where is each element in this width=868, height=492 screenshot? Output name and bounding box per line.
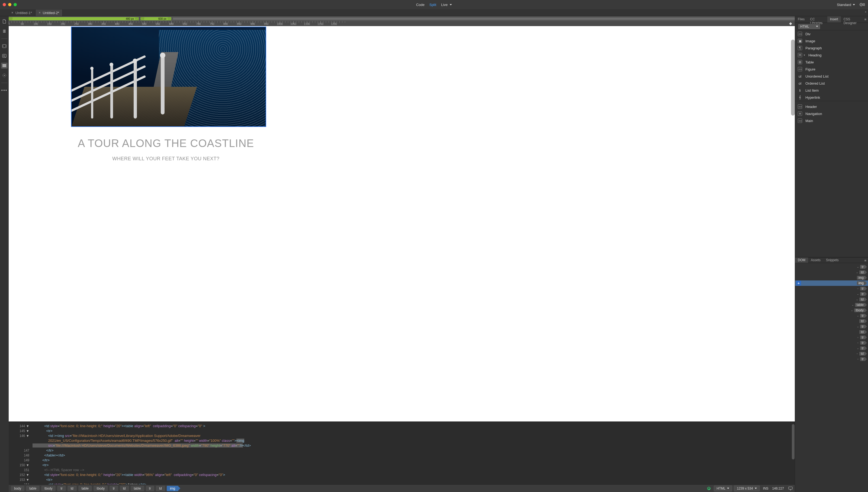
zoom-window-button[interactable] xyxy=(14,3,17,6)
breadcrumb-img[interactable]: img xyxy=(167,486,178,491)
code-line[interactable]: </tr> xyxy=(31,458,792,463)
inspect-tool[interactable] xyxy=(1,53,7,59)
breadcrumb-table[interactable]: table xyxy=(26,486,40,491)
code-line[interactable]: <tr> xyxy=(31,463,792,468)
dom-node-tr[interactable]: ⌄tr xyxy=(795,291,868,297)
breadcrumb-body[interactable]: body xyxy=(11,486,24,491)
disclosure-icon[interactable]: › xyxy=(856,358,860,361)
view-live-button[interactable]: Live xyxy=(441,3,448,7)
insert-image[interactable]: ▣Image xyxy=(795,38,868,45)
code-line[interactable]: src="file:///Macintosh HD/Users/steve/Do… xyxy=(31,443,792,448)
dom-node-tbody[interactable]: ⌄tbody xyxy=(795,308,868,313)
dom-tab-dom[interactable]: DOM xyxy=(795,257,808,263)
viewport-size-selector[interactable]: 1239 x 534 xyxy=(734,486,760,491)
media-breakpoint-480[interactable]: 480 px xyxy=(9,17,139,20)
doctype-selector[interactable]: HTML xyxy=(714,486,733,491)
close-tab-icon[interactable]: × xyxy=(11,11,13,15)
code-line[interactable]: <!-- HTML Spacer row --> xyxy=(31,468,792,472)
disclosure-icon[interactable]: › xyxy=(856,342,860,344)
dom-tab-assets[interactable]: Assets xyxy=(808,257,823,263)
close-tab-icon[interactable]: × xyxy=(39,11,41,15)
dom-node-tr[interactable]: ⌄tr xyxy=(795,313,868,318)
dom-node-td[interactable]: ⌄td xyxy=(795,270,868,275)
code-line[interactable]: <td style="font-size: 0; line-height: 0;… xyxy=(31,472,792,477)
disclosure-icon[interactable]: ⌄ xyxy=(856,271,859,274)
dom-node-tr[interactable]: ›tr xyxy=(795,340,868,346)
breadcrumb-tbody[interactable]: tbody xyxy=(41,486,56,491)
design-scrollbar-thumb[interactable] xyxy=(791,40,795,116)
panel-tab-cc-libraries[interactable]: CC Libraries xyxy=(807,16,827,23)
media-breakpoint-600[interactable]: 600 px xyxy=(141,17,171,20)
code-line[interactable]: <tr> xyxy=(31,477,792,482)
live-dropdown-icon[interactable] xyxy=(450,4,452,5)
insert-heading[interactable]: H▾Heading xyxy=(795,52,868,58)
insert-category-select[interactable]: HTML xyxy=(798,24,821,29)
disclosure-icon[interactable]: › xyxy=(856,336,860,339)
insert-main[interactable]: ▭Main xyxy=(795,117,868,124)
dom-node-td[interactable]: ›td xyxy=(795,351,868,356)
document-tab[interactable]: ×Untitled-2* xyxy=(35,9,63,16)
dom-node-tr[interactable]: ›tr xyxy=(795,286,868,291)
code-scrollbar-thumb[interactable] xyxy=(792,424,794,460)
disclosure-icon[interactable]: ⌄ xyxy=(851,303,854,306)
disclosure-icon[interactable]: › xyxy=(856,352,859,355)
breadcrumb-table[interactable]: table xyxy=(131,486,144,491)
dom-node-td[interactable]: td xyxy=(795,318,868,324)
insert-table[interactable]: ⊞Table xyxy=(795,58,868,66)
panel-tab-files[interactable]: Files xyxy=(795,16,807,23)
file-management-tool[interactable] xyxy=(1,19,7,24)
dom-tab-snippets[interactable]: Snippets xyxy=(823,257,841,263)
dom-node-img[interactable]: img xyxy=(795,275,868,280)
breadcrumb-td[interactable]: td xyxy=(156,486,165,491)
breadcrumb-table[interactable]: table xyxy=(78,486,92,491)
disclosure-icon[interactable]: ⌄ xyxy=(856,298,859,301)
insert-figure[interactable]: ▭Figure xyxy=(795,66,868,73)
close-window-button[interactable] xyxy=(3,3,6,6)
insert-header[interactable]: ▭Header xyxy=(795,103,868,110)
dom-node-td[interactable]: td xyxy=(795,329,868,335)
media-query-bar[interactable]: 480 px 600 px xyxy=(9,16,795,21)
panel-menu-icon[interactable]: ≡ xyxy=(863,257,868,263)
minimize-window-button[interactable] xyxy=(8,3,11,6)
insert-list-item[interactable]: liList Item xyxy=(795,87,868,94)
dom-node-table[interactable]: ⌄table xyxy=(795,302,868,308)
sync-settings-button[interactable] xyxy=(859,2,865,7)
dom-node-img[interactable]: img xyxy=(795,280,868,286)
live-code-tool[interactable] xyxy=(1,43,7,49)
status-ok-icon[interactable] xyxy=(707,487,711,490)
breadcrumb-td[interactable]: td xyxy=(68,486,77,491)
document-tab[interactable]: ×Untitled-1* xyxy=(8,9,35,16)
visual-aids-tool[interactable] xyxy=(1,63,7,69)
breadcrumb-td[interactable]: td xyxy=(120,486,129,491)
dom-node-tr[interactable]: ›tr xyxy=(795,335,868,340)
related-files-tool[interactable] xyxy=(1,72,7,78)
dom-tree[interactable]: ⌄tr⌄tdimgimg+›tr⌄tr⌄td⌄table⌄tbody⌄trtd⌄… xyxy=(795,263,868,492)
disclosure-icon[interactable]: ⌄ xyxy=(856,325,860,328)
disclosure-icon[interactable]: ⌄ xyxy=(856,347,860,350)
breadcrumb-tr[interactable]: tr xyxy=(109,486,118,491)
breadcrumb-tr[interactable]: tr xyxy=(57,486,66,491)
code-line[interactable]: </tr> xyxy=(31,448,792,453)
design-view[interactable]: A TOUR ALONG THE COASTLINE WHERE WILL YO… xyxy=(9,26,795,422)
ruler-width-marker-icon[interactable]: ◆ xyxy=(789,21,792,25)
dom-node-tr[interactable]: ›tr xyxy=(795,356,868,362)
disclosure-icon[interactable]: ⌄ xyxy=(856,293,860,295)
insert-navigation[interactable]: ≡Navigation xyxy=(795,110,868,117)
dom-node-tr[interactable]: ⌄tr xyxy=(795,264,868,270)
code-line[interactable]: </table></td> xyxy=(31,453,792,458)
hero-image-selected[interactable] xyxy=(71,27,266,127)
code-lines[interactable]: <td style="font-size: 0; line-height: 0;… xyxy=(31,422,795,485)
code-line[interactable]: <td style="font-size: 0; line-height: 0;… xyxy=(31,424,792,428)
insert-hyperlink[interactable]: 𝄞Hyperlink xyxy=(795,94,868,101)
dom-add-button[interactable]: + xyxy=(796,281,801,286)
expand-collapse-tool[interactable] xyxy=(1,28,7,34)
code-line[interactable]: <tr> xyxy=(31,428,792,434)
insert-unordered-list[interactable]: ulUnordered List xyxy=(795,73,868,80)
view-code-button[interactable]: Code xyxy=(416,3,425,7)
dom-node-tr[interactable]: ⌄tr xyxy=(795,324,868,329)
disclosure-icon[interactable]: ⌄ xyxy=(856,314,860,317)
design-subheading[interactable]: WHERE WILL YOUR FEET TAKE YOU NEXT? xyxy=(9,156,323,162)
dom-node-td[interactable]: ⌄td xyxy=(795,297,868,302)
insert-mode-indicator[interactable]: INS xyxy=(763,487,768,490)
code-line[interactable]: 2021/en_US/Configuration/Temp/Assets/eam… xyxy=(31,438,792,443)
